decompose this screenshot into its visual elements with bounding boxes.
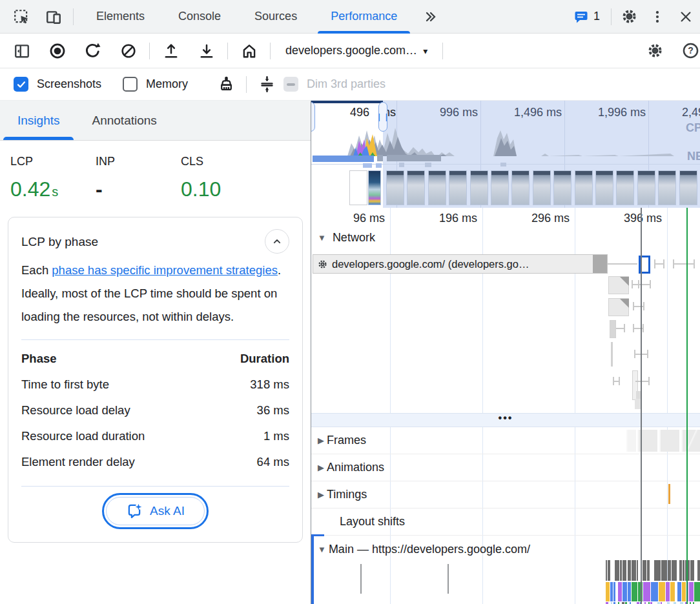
metric-label: LCP <box>10 155 96 168</box>
collapse-rows-icon[interactable] <box>250 72 283 97</box>
memory-label[interactable]: Memory <box>146 77 188 91</box>
screenshot-thumbnail[interactable] <box>595 170 613 205</box>
network-overview-bar <box>500 163 506 166</box>
upload-profile-icon[interactable] <box>153 38 189 64</box>
screenshot-thumbnail[interactable] <box>679 170 697 205</box>
settings-gear-icon[interactable] <box>615 4 643 30</box>
network-overview-bar <box>363 163 372 168</box>
phase-table-header: PhaseDuration <box>21 346 289 372</box>
network-overview-bar <box>425 163 431 167</box>
screenshot-thumbnail[interactable] <box>407 170 425 205</box>
flame-bar <box>694 582 700 601</box>
screenshot-thumbnail[interactable] <box>553 170 571 205</box>
capture-settings-gear-icon[interactable] <box>637 38 673 64</box>
tab-performance[interactable]: Performance <box>314 0 414 34</box>
timeline-main-grid[interactable]: 96 ms 196 ms 296 ms 396 ms ▼ Network dev… <box>311 208 700 604</box>
ruler-tick: 96 ms <box>331 212 385 225</box>
main-event-tick <box>448 564 449 594</box>
menu-dots-icon[interactable] <box>643 4 672 30</box>
main-thread-track[interactable]: ▼ Main — https://developers.google.com/ <box>311 536 700 563</box>
triangle-right-icon[interactable]: ▶ <box>318 490 324 499</box>
network-request-bar[interactable]: developers.google.com/ (developers.go… <box>313 254 608 274</box>
help-icon[interactable]: ? <box>673 38 700 64</box>
screenshot-thumbnail[interactable] <box>491 170 509 205</box>
clear-icon[interactable] <box>110 38 146 64</box>
overview-tick: 2,496 ms <box>665 106 700 119</box>
main-event-tick <box>360 564 362 594</box>
url-label: developers.google.com… <box>285 44 417 57</box>
close-icon[interactable] <box>672 4 700 30</box>
memory-checkbox[interactable] <box>123 77 138 92</box>
card-description: Each phase has specific improvement stra… <box>21 259 289 328</box>
timings-track[interactable]: ▶ Timings <box>311 481 700 508</box>
selection-left-handle[interactable]: ❘ <box>311 102 315 132</box>
chevron-up-icon <box>271 235 283 248</box>
playhead-line[interactable] <box>641 208 642 604</box>
download-profile-icon[interactable] <box>189 38 224 64</box>
net-lane-label: NET <box>687 150 700 163</box>
flame-bar <box>682 582 686 601</box>
flame-bar <box>613 582 615 601</box>
tab-annotations[interactable]: Annotations <box>76 101 172 140</box>
screenshot-thumbnail[interactable] <box>368 170 381 205</box>
divider <box>442 43 443 59</box>
capture-options-bar: Screenshots Memory Dim 3rd parties <box>0 68 700 101</box>
screenshot-thumbnail[interactable] <box>533 170 551 205</box>
ask-ai-button[interactable]: Ask AI <box>102 493 209 529</box>
dim-3rd-parties-label: Dim 3rd parties <box>307 77 386 91</box>
layout-shifts-track[interactable]: Layout shifts <box>311 508 700 536</box>
flame-bar <box>618 582 622 601</box>
collapse-card-button[interactable] <box>265 229 289 254</box>
selection-right-handle[interactable]: ❘❘ <box>378 102 387 132</box>
lcp-marker-line <box>686 208 688 604</box>
flame-bar <box>643 560 646 581</box>
tab-sources[interactable]: Sources <box>238 0 314 34</box>
timeline-pane: 496 ms 996 ms 1,496 ms 1,996 ms 2,496 ms <box>311 101 700 604</box>
history-url-selector[interactable]: developers.google.com… ▾ <box>274 44 439 57</box>
metric-inp: INP - <box>96 155 181 201</box>
tab-insights[interactable]: Insights <box>1 101 76 140</box>
triangle-down-icon[interactable]: ▼ <box>318 545 326 554</box>
tab-console[interactable]: Console <box>161 0 238 34</box>
network-track-header[interactable]: ▼ Network <box>318 231 375 245</box>
inspect-element-icon[interactable] <box>5 4 37 30</box>
screenshot-thumbnail[interactable] <box>349 170 367 205</box>
flame-bar <box>689 582 693 601</box>
devtools-tab-bar: Elements Console Sources Performance 1 <box>0 0 700 34</box>
flame-bar <box>620 560 622 581</box>
flame-bar <box>690 560 694 581</box>
triangle-right-icon[interactable]: ▶ <box>318 463 324 472</box>
timing-marker[interactable] <box>668 484 670 504</box>
reload-record-icon[interactable] <box>75 38 110 64</box>
issues-button[interactable]: 1 <box>566 9 608 25</box>
tab-elements[interactable]: Elements <box>79 0 161 34</box>
flame-bar <box>670 582 675 601</box>
overview-tick: 1,996 ms <box>581 106 646 119</box>
animations-track[interactable]: ▶ Animations <box>311 454 700 481</box>
garbage-collect-brush-icon[interactable] <box>209 72 243 97</box>
screenshot-thumbnail[interactable] <box>575 170 593 205</box>
flame-bar <box>606 582 610 601</box>
screenshot-thumbnail[interactable] <box>386 170 404 205</box>
more-tabs-icon[interactable] <box>414 4 446 30</box>
screenshots-label[interactable]: Screenshots <box>37 77 101 91</box>
track-resizer[interactable]: ••• <box>311 413 700 427</box>
screenshots-checkbox[interactable] <box>14 77 28 92</box>
toggle-sidebar-icon[interactable] <box>4 38 39 64</box>
screenshot-thumbnail[interactable] <box>658 170 676 205</box>
home-icon[interactable] <box>231 38 267 64</box>
request-bar-cap <box>593 254 607 274</box>
triangle-right-icon[interactable]: ▶ <box>318 436 324 445</box>
screenshot-thumbnail[interactable] <box>637 170 655 205</box>
improvement-strategies-link[interactable]: phase has specific improvement strategie… <box>52 263 278 277</box>
flame-bar <box>672 560 677 581</box>
triangle-down-icon[interactable]: ▼ <box>318 233 326 243</box>
screenshot-thumbnail[interactable] <box>616 170 634 205</box>
screenshot-thumbnail[interactable] <box>511 170 530 205</box>
timeline-overview[interactable]: 496 ms 996 ms 1,496 ms 1,996 ms 2,496 ms <box>311 101 700 208</box>
screenshot-thumbnail[interactable] <box>470 170 488 205</box>
device-toolbar-icon[interactable] <box>37 4 70 30</box>
screenshot-thumbnail[interactable] <box>428 170 446 205</box>
record-icon[interactable] <box>39 38 75 64</box>
screenshot-thumbnail[interactable] <box>449 170 467 205</box>
